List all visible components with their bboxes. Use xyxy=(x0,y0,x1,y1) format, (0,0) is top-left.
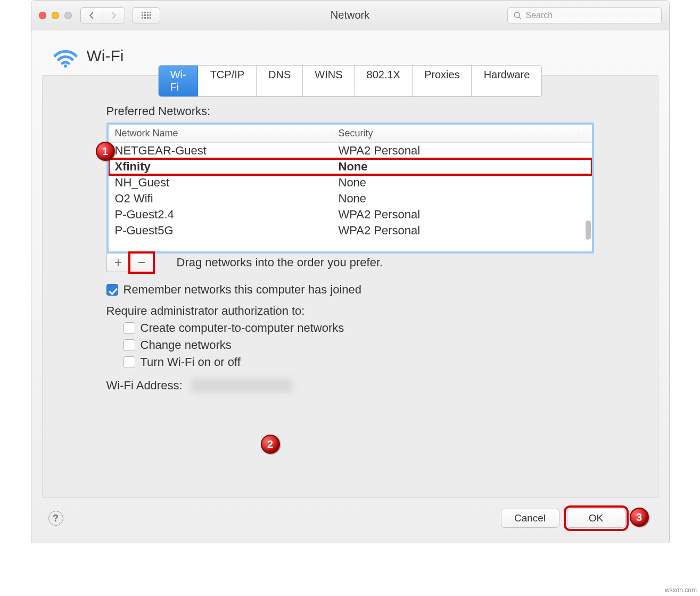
toggle-wifi-label: Turn Wi-Fi on or off xyxy=(141,355,241,369)
svg-rect-9 xyxy=(144,17,146,19)
search-field[interactable]: Search xyxy=(507,7,662,23)
remember-networks-checkbox[interactable] xyxy=(106,284,118,296)
col-spacer xyxy=(579,125,592,142)
col-network-name[interactable]: Network Name xyxy=(109,125,332,142)
table-row[interactable]: P-Guest5G WPA2 Personal xyxy=(109,223,592,239)
help-button[interactable]: ? xyxy=(48,511,63,526)
wifi-address-label: Wi-Fi Address: xyxy=(106,379,183,393)
svg-rect-2 xyxy=(147,12,149,13)
create-adhoc-checkbox[interactable] xyxy=(123,322,135,334)
preferred-networks-label: Preferred Networks: xyxy=(106,104,594,118)
table-body[interactable]: NETGEAR-Guest WPA2 Personal Xfinity None… xyxy=(109,143,592,251)
cancel-button[interactable]: Cancel xyxy=(501,509,559,528)
search-icon xyxy=(513,11,522,20)
svg-rect-1 xyxy=(144,12,146,13)
toggle-wifi-checkbox[interactable] xyxy=(123,356,135,368)
table-row[interactable]: NETGEAR-Guest WPA2 Personal xyxy=(109,143,592,159)
sheet-footer: ? Cancel OK 3 xyxy=(37,503,664,537)
svg-rect-7 xyxy=(150,14,151,16)
auth-option-row: Create computer-to-computer networks xyxy=(106,321,594,335)
preferences-window: Network Search Wi-Fi Wi-Fi TCP/IP DNS xyxy=(31,0,670,543)
table-header: Network Name Security xyxy=(109,125,592,143)
svg-rect-10 xyxy=(147,17,149,19)
add-network-button[interactable] xyxy=(106,253,130,272)
show-all-button[interactable] xyxy=(133,7,160,23)
window-content: Wi-Fi Wi-Fi TCP/IP DNS WINS 802.1X Proxi… xyxy=(31,30,669,543)
preferred-networks-table[interactable]: Network Name Security NETGEAR-Guest WPA2… xyxy=(106,123,594,254)
titlebar: Network Search xyxy=(31,1,669,30)
auth-option-row: Change networks xyxy=(106,338,594,352)
cell-security: WPA2 Personal xyxy=(332,207,592,223)
window-title: Network xyxy=(331,9,369,21)
minimize-window-button[interactable] xyxy=(52,12,59,19)
cell-name: P-Guest5G xyxy=(109,223,332,239)
drag-hint-text: Drag networks into the order you prefer. xyxy=(177,256,383,270)
svg-point-12 xyxy=(514,12,520,18)
window-controls xyxy=(39,12,72,19)
scrollbar-thumb[interactable] xyxy=(586,221,591,240)
table-row-selected[interactable]: Xfinity None xyxy=(109,159,592,175)
svg-rect-0 xyxy=(142,12,143,13)
svg-rect-8 xyxy=(142,17,143,19)
svg-point-14 xyxy=(64,64,67,68)
wifi-address-value-redacted xyxy=(191,379,292,393)
ok-button[interactable]: OK xyxy=(567,509,625,528)
step-badge-1: 1 xyxy=(96,142,115,161)
wifi-address-row: Wi-Fi Address: xyxy=(106,379,594,393)
search-placeholder: Search xyxy=(526,11,553,20)
remember-networks-row: Remember networks this computer has join… xyxy=(106,283,594,297)
wifi-icon xyxy=(53,46,77,66)
remove-network-button[interactable] xyxy=(130,253,153,272)
wifi-tab-content: 1 Preferred Networks: Network Name Secur… xyxy=(43,76,658,497)
add-remove-bar: 2 Drag networks into the order you prefe… xyxy=(106,253,594,272)
forward-button[interactable] xyxy=(103,7,125,23)
cell-name: NETGEAR-Guest xyxy=(109,143,332,159)
svg-rect-11 xyxy=(150,17,151,19)
require-auth-label: Require administrator authorization to: xyxy=(106,304,594,318)
plus-icon xyxy=(114,258,122,267)
table-row[interactable]: O2 Wifi None xyxy=(109,191,592,207)
remember-networks-label: Remember networks this computer has join… xyxy=(123,283,362,297)
step-badge-2: 2 xyxy=(261,435,280,454)
cell-name: P-Guest2.4 xyxy=(109,207,332,223)
nav-buttons xyxy=(80,7,125,23)
back-button[interactable] xyxy=(80,7,103,23)
change-networks-label: Change networks xyxy=(141,338,232,352)
chevron-right-icon xyxy=(110,12,118,19)
settings-panel: Wi-Fi TCP/IP DNS WINS 802.1X Proxies Har… xyxy=(42,75,658,498)
cell-name: NH_Guest xyxy=(109,175,332,191)
cell-security: None xyxy=(332,159,592,175)
svg-rect-3 xyxy=(150,12,151,13)
svg-rect-6 xyxy=(147,14,149,16)
close-window-button[interactable] xyxy=(39,12,46,19)
auth-option-row: Turn Wi-Fi on or off xyxy=(106,355,594,369)
cell-name: O2 Wifi xyxy=(109,191,332,207)
svg-rect-5 xyxy=(144,14,146,16)
cell-security: None xyxy=(332,191,592,207)
step-badge-3: 3 xyxy=(630,508,649,527)
section-title: Wi-Fi xyxy=(87,47,124,65)
cell-name: Xfinity xyxy=(109,159,332,175)
svg-rect-4 xyxy=(142,14,143,16)
create-adhoc-label: Create computer-to-computer networks xyxy=(141,321,344,335)
grid-icon xyxy=(141,11,152,20)
table-row[interactable]: P-Guest2.4 WPA2 Personal xyxy=(109,207,592,223)
cell-security: WPA2 Personal xyxy=(332,223,592,239)
cell-security: None xyxy=(332,175,592,191)
svg-line-13 xyxy=(519,17,521,19)
minus-icon xyxy=(137,258,146,267)
chevron-left-icon xyxy=(88,12,95,19)
cell-security: WPA2 Personal xyxy=(332,143,592,159)
col-security[interactable]: Security xyxy=(332,125,579,142)
table-row[interactable]: NH_Guest None xyxy=(109,175,592,191)
zoom-window-button[interactable] xyxy=(64,12,72,19)
source-watermark: wsxdn.com xyxy=(665,586,697,594)
change-networks-checkbox[interactable] xyxy=(123,339,135,351)
